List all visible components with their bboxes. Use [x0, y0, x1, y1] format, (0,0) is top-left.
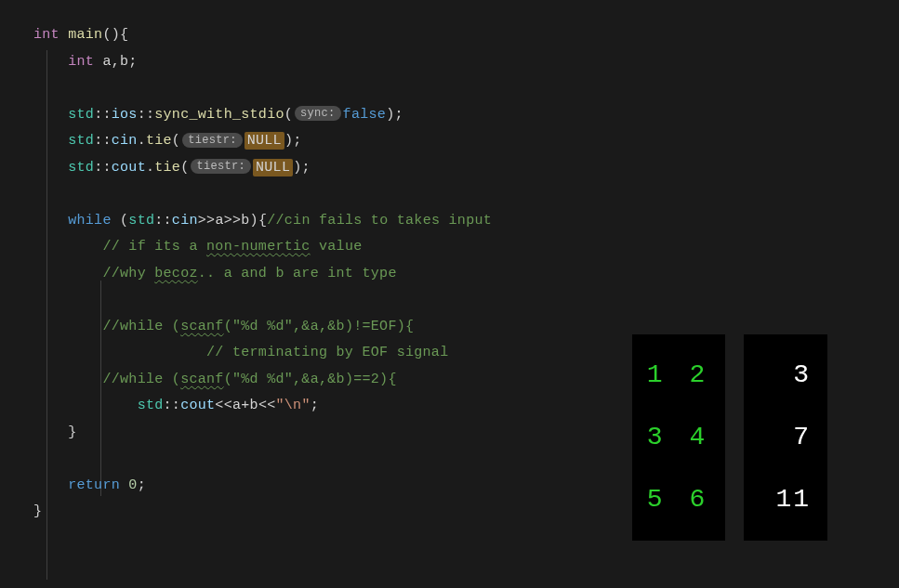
brace: } [33, 503, 42, 519]
inlay-hint: tiestr: [182, 133, 243, 148]
terminal-output-panel: 3 7 11 [744, 334, 827, 541]
terminal-line: 7 [757, 406, 811, 468]
punct: (){ [102, 27, 128, 43]
const-null: NULL [245, 132, 284, 150]
var: a [215, 213, 223, 229]
spell-error: scanf [180, 372, 224, 387]
member: cin [112, 133, 138, 149]
member: cin [172, 213, 198, 229]
comment: //while (scanf("%d %d",&a,&b)==2){ [102, 372, 396, 387]
keyword-type: int [33, 27, 59, 43]
comment: //why becoz.. a and b are int type [102, 266, 396, 281]
code-line [33, 287, 877, 314]
inlay-hint: tiestr: [191, 159, 251, 174]
keyword-type: int [68, 54, 94, 70]
code-line: while (std::cin>>a>>b){//cin fails to ta… [33, 208, 877, 235]
terminal-line: 3 [757, 344, 811, 406]
code-line: int a,b; [33, 49, 877, 76]
member: cout [180, 398, 215, 413]
const-null: NULL [253, 159, 293, 176]
function-call: sync_with_stdio [154, 107, 284, 123]
punct: ); [284, 133, 302, 149]
comment: //cin fails to takes input [267, 213, 492, 229]
code-line: int main(){ [33, 22, 877, 49]
number: 0 [128, 477, 137, 493]
punct: ; [138, 477, 146, 493]
terminal-line: 1 2 [645, 344, 712, 406]
function-call: tie [146, 133, 172, 149]
namespace: std [68, 133, 94, 149]
terminal-line: 5 6 [645, 468, 712, 530]
comment: // terminating by EOF signal [206, 345, 448, 360]
code-line: // if its a non-numertic value [33, 234, 877, 261]
code-line: std::ios::sync_with_stdio(sync:false); [33, 102, 877, 129]
keyword-ctrl: while [68, 213, 112, 229]
spell-error: scanf [180, 319, 224, 334]
function-name: main [68, 27, 102, 43]
terminal-line: 3 4 [645, 406, 712, 468]
brace: } [68, 425, 76, 440]
comment: //while (scanf("%d %d",&a,&b)!=EOF){ [102, 319, 414, 334]
var-decl: a,b; [102, 54, 137, 70]
punct: ); [293, 160, 311, 176]
member: cout [112, 160, 146, 176]
terminal-input-panel: 1 2 3 4 5 6 [632, 334, 725, 541]
code-line [33, 75, 877, 102]
inlay-hint: sync: [295, 106, 341, 121]
namespace: std [138, 398, 164, 413]
namespace: std [128, 213, 154, 229]
punct: ; [311, 398, 319, 413]
code-line: std::cout.tie(tiestr:NULL); [33, 155, 877, 182]
punct: ); [386, 107, 403, 123]
code-line: std::cin.tie(tiestr:NULL); [33, 128, 877, 155]
spell-error: non-numertic [206, 239, 311, 255]
code-line: //why becoz.. a and b are int type [33, 261, 877, 288]
terminal-line: 11 [757, 468, 811, 530]
namespace: std [68, 107, 94, 123]
comment: // if its a non-numertic value [102, 239, 362, 255]
spell-error: becoz [154, 266, 198, 281]
var: b [241, 213, 249, 229]
member: ios [112, 107, 138, 123]
code-line [33, 181, 877, 208]
function-call: tie [154, 160, 180, 176]
keyword-ctrl: return [68, 477, 120, 493]
const-false: false [343, 107, 387, 123]
expr: a+b [232, 398, 258, 413]
namespace: std [68, 160, 94, 176]
string: "\n" [275, 398, 310, 413]
